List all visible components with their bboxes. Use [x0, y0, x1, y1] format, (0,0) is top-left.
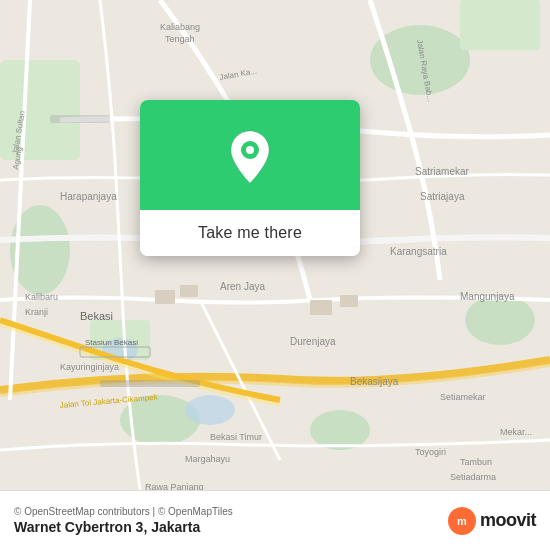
copyright-text: © OpenStreetMap contributors | © OpenMap…: [14, 506, 233, 517]
svg-text:Karangsatria: Karangsatria: [390, 246, 447, 257]
location-title: Warnet Cybertron 3, Jakarta: [14, 519, 233, 535]
svg-text:Mekar...: Mekar...: [500, 427, 532, 437]
moovit-logo: m moovit: [448, 507, 536, 535]
svg-point-48: [246, 146, 254, 154]
map-container: Harapanjaya Kalibaru Kranji Kayuringinja…: [0, 0, 550, 490]
svg-text:Setiadarma: Setiadarma: [450, 472, 496, 482]
svg-text:m: m: [457, 515, 467, 527]
moovit-icon: m: [448, 507, 476, 535]
svg-text:Margahayu: Margahayu: [185, 454, 230, 464]
svg-text:Tengah: Tengah: [165, 34, 195, 44]
svg-text:Bekasi: Bekasi: [80, 310, 113, 322]
svg-text:Satriamekar: Satriamekar: [415, 166, 470, 177]
svg-text:Kaliabang: Kaliabang: [160, 22, 200, 32]
svg-text:Bekasi Timur: Bekasi Timur: [210, 432, 262, 442]
svg-text:Stasiun Bekasi: Stasiun Bekasi: [85, 338, 138, 347]
svg-text:Kranji: Kranji: [25, 307, 48, 317]
bottom-info: © OpenStreetMap contributors | © OpenMap…: [14, 506, 233, 535]
popup-header: [140, 100, 360, 210]
svg-rect-45: [310, 300, 332, 315]
svg-text:Durenjaya: Durenjaya: [290, 336, 336, 347]
moovit-text: moovit: [480, 510, 536, 531]
svg-text:Tambun: Tambun: [460, 457, 492, 467]
svg-point-6: [465, 295, 535, 345]
svg-text:Toyogiri: Toyogiri: [415, 447, 446, 457]
svg-text:Bekasijaya: Bekasijaya: [350, 376, 399, 387]
svg-rect-13: [100, 380, 200, 387]
svg-rect-46: [340, 295, 358, 307]
svg-text:Setiamekar: Setiamekar: [440, 392, 486, 402]
svg-text:Harapanjaya: Harapanjaya: [60, 191, 117, 202]
svg-point-4: [310, 410, 370, 450]
svg-text:Kayuringinjaya: Kayuringinjaya: [60, 362, 119, 372]
svg-text:Rawa Panjang: Rawa Panjang: [145, 482, 204, 490]
svg-rect-43: [155, 290, 175, 304]
svg-text:Aren Jaya: Aren Jaya: [220, 281, 265, 292]
bottom-bar: © OpenStreetMap contributors | © OpenMap…: [0, 490, 550, 550]
svg-text:Satriajaya: Satriajaya: [420, 191, 465, 202]
svg-rect-11: [50, 115, 110, 123]
svg-text:Mangunjaya: Mangunjaya: [460, 291, 515, 302]
svg-rect-44: [180, 285, 198, 297]
take-me-there-button[interactable]: Take me there: [140, 210, 360, 256]
svg-text:Kalibaru: Kalibaru: [25, 292, 58, 302]
svg-rect-7: [460, 0, 540, 50]
svg-point-9: [185, 395, 235, 425]
location-pin-icon: [228, 129, 272, 181]
location-popup: Take me there: [140, 100, 360, 256]
